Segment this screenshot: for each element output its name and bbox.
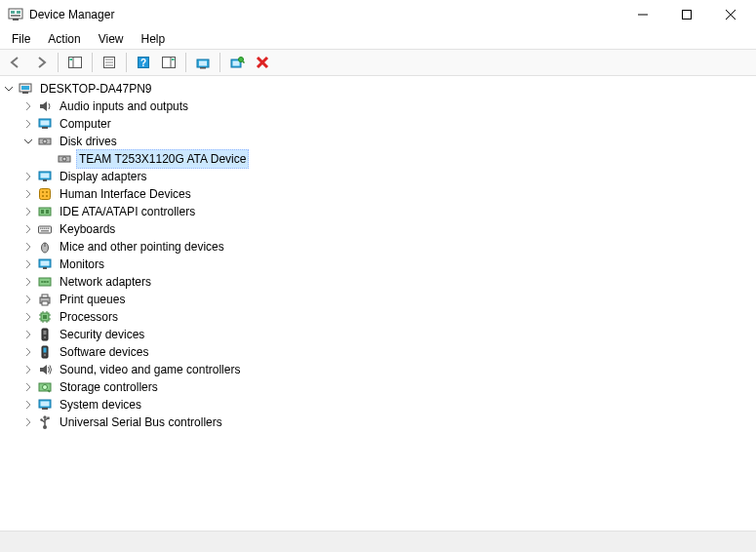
svg-rect-22: [199, 61, 207, 66]
tree-item-label: Keyboards: [57, 220, 118, 238]
toolbar-separator: [126, 53, 127, 72]
tree-item-label: Storage controllers: [57, 378, 161, 396]
svg-rect-6: [682, 11, 691, 20]
chevron-right-icon[interactable]: [21, 240, 35, 254]
window-title: Device Manager: [29, 8, 620, 21]
svg-point-38: [45, 141, 46, 142]
chevron-right-icon[interactable]: [21, 257, 35, 271]
tree-item-label: Human Interface Devices: [57, 185, 194, 203]
chevron-down-icon[interactable]: [2, 82, 16, 96]
tree-item-label: Audio inputs and outputs: [57, 98, 191, 115]
tree-item-storage-controllers[interactable]: Storage controllers: [0, 378, 756, 396]
tree-item-computer[interactable]: Computer: [0, 115, 756, 133]
svg-rect-3: [11, 15, 20, 17]
forward-button[interactable]: [29, 51, 53, 74]
tree-item-network-adapters[interactable]: Network adapters: [0, 273, 756, 291]
tree-item-label: Universal Serial Bus controllers: [57, 414, 225, 431]
tree-item-disk-drives[interactable]: Disk drives: [0, 133, 756, 150]
chevron-right-icon[interactable]: [21, 222, 35, 236]
chevron-right-icon[interactable]: [21, 328, 35, 341]
svg-rect-58: [48, 228, 50, 230]
tree-item-sound-video-and-game-controllers[interactable]: Sound, video and game controllers: [0, 361, 756, 378]
titlebar: Device Manager: [0, 0, 756, 29]
chevron-right-icon[interactable]: [21, 170, 35, 183]
chevron-right-icon[interactable]: [21, 275, 35, 289]
tree-item-audio-inputs-and-outputs[interactable]: Audio inputs and outputs: [0, 98, 756, 115]
help-button[interactable]: ?: [132, 51, 155, 74]
update-driver-button[interactable]: [191, 51, 215, 74]
chevron-right-icon[interactable]: [21, 99, 35, 113]
tree-item-processors[interactable]: Processors: [0, 308, 756, 326]
chevron-right-icon[interactable]: [21, 363, 35, 376]
chevron-right-icon[interactable]: [21, 117, 35, 131]
close-button[interactable]: [708, 0, 752, 29]
tree-item-label: Computer: [57, 115, 114, 133]
svg-rect-92: [41, 402, 50, 407]
tree-item-software-devices[interactable]: Software devices: [0, 343, 756, 361]
svg-rect-44: [43, 179, 47, 181]
cpu-icon: [37, 309, 53, 325]
back-button[interactable]: [4, 51, 27, 74]
svg-rect-20: [172, 59, 175, 60]
svg-rect-63: [41, 261, 50, 266]
chevron-right-icon[interactable]: [21, 415, 35, 429]
tree-item-label: Display adapters: [57, 168, 149, 185]
svg-rect-55: [42, 228, 44, 230]
chevron-right-icon[interactable]: [21, 187, 35, 201]
chevron-right-icon[interactable]: [21, 345, 35, 359]
tree-item-team-t253x1120g-ata-device[interactable]: TEAM T253X1120G ATA Device: [0, 150, 756, 168]
disk-icon: [57, 151, 72, 167]
tree-item-label: System devices: [57, 396, 144, 414]
sound-icon: [37, 362, 53, 377]
uninstall-device-button[interactable]: [251, 51, 274, 74]
properties-button[interactable]: [98, 51, 121, 74]
menu-action[interactable]: Action: [40, 30, 88, 48]
minimize-button[interactable]: [620, 0, 664, 29]
tree-item-monitors[interactable]: Monitors: [0, 256, 756, 273]
svg-rect-97: [47, 417, 49, 419]
svg-point-26: [239, 58, 244, 62]
audio-icon: [37, 99, 53, 114]
chevron-right-icon[interactable]: [21, 205, 35, 218]
tree-item-root[interactable]: DESKTOP-DA47PN9: [0, 80, 756, 98]
tree-item-print-queues[interactable]: Print queues: [0, 291, 756, 308]
svg-point-48: [42, 195, 44, 197]
show-hide-console-tree-button[interactable]: [63, 51, 87, 74]
svg-point-96: [40, 418, 42, 420]
menu-file[interactable]: File: [4, 30, 38, 48]
tree-item-label: Mice and other pointing devices: [57, 238, 227, 256]
tree-item-ide-ata-atapi-controllers[interactable]: IDE ATA/ATAPI controllers: [0, 203, 756, 220]
tree-item-security-devices[interactable]: Security devices: [0, 326, 756, 343]
tree-item-label: Sound, video and game controllers: [57, 361, 243, 378]
svg-rect-51: [41, 210, 44, 214]
device-tree[interactable]: DESKTOP-DA47PN9Audio inputs and outputsC…: [0, 76, 756, 531]
svg-rect-34: [41, 121, 50, 126]
monitor-icon: [37, 256, 53, 272]
svg-rect-31: [21, 86, 29, 90]
tree-item-mice-and-other-pointing-devices[interactable]: Mice and other pointing devices: [0, 238, 756, 256]
tree-item-display-adapters[interactable]: Display adapters: [0, 168, 756, 185]
tree-item-human-interface-devices[interactable]: Human Interface Devices: [0, 185, 756, 203]
menubar: File Action View Help: [0, 29, 756, 49]
storage-icon: [37, 379, 53, 395]
chevron-right-icon[interactable]: [21, 380, 35, 394]
disk-icon: [37, 134, 53, 149]
menu-view[interactable]: View: [91, 30, 132, 48]
svg-rect-53: [39, 226, 52, 233]
action-pane-button[interactable]: [157, 51, 180, 74]
tree-item-label: Security devices: [57, 326, 147, 343]
tree-item-system-devices[interactable]: System devices: [0, 396, 756, 414]
chevron-down-icon[interactable]: [21, 135, 35, 148]
svg-point-90: [43, 385, 48, 390]
chevron-right-icon[interactable]: [21, 310, 35, 324]
scan-hardware-button[interactable]: [225, 51, 249, 74]
chevron-right-icon[interactable]: [21, 293, 35, 306]
menu-help[interactable]: Help: [134, 30, 174, 48]
chevron-right-icon[interactable]: [21, 398, 35, 412]
tree-item-keyboards[interactable]: Keyboards: [0, 220, 756, 238]
network-icon: [37, 274, 53, 290]
svg-rect-4: [13, 19, 19, 20]
maximize-button[interactable]: [664, 0, 708, 29]
tree-item-label: Monitors: [57, 256, 107, 273]
tree-item-universal-serial-bus-controllers[interactable]: Universal Serial Bus controllers: [0, 414, 756, 431]
